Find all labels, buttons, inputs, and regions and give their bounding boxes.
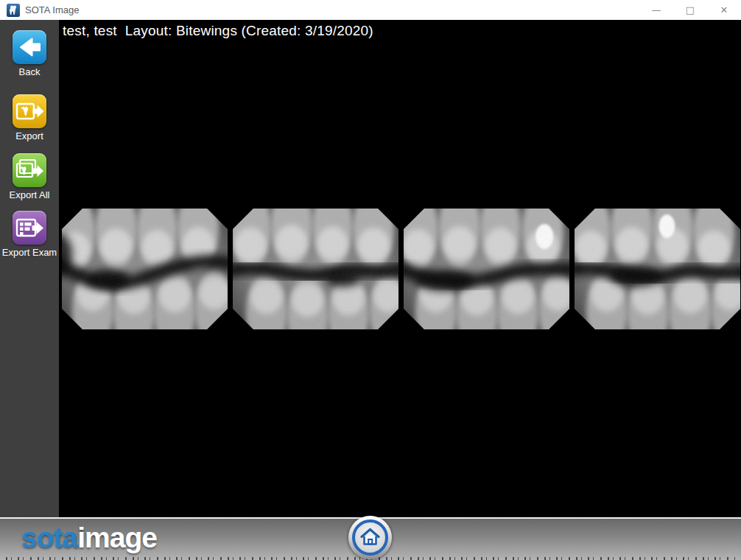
app-body: Back Export [0, 20, 741, 517]
sotaimage-logo: sotaimage [21, 522, 157, 554]
xray-image-3[interactable] [404, 209, 569, 329]
xray-image-1[interactable] [62, 209, 228, 329]
home-button[interactable] [348, 516, 392, 559]
home-icon [352, 519, 388, 556]
export-icon [13, 94, 46, 128]
back-icon [13, 30, 46, 64]
export-all-button[interactable]: Export All [0, 153, 59, 200]
logo-sota-text: sota [21, 522, 77, 553]
exam-viewer: test, test Layout: Bitewings (Created: 3… [59, 20, 741, 517]
export-exam-icon [13, 211, 46, 245]
app-tooth-icon [7, 4, 20, 17]
app-window: SOTA Image — □ ✕ Back [0, 0, 741, 560]
export-button[interactable]: Export [0, 94, 59, 141]
back-button[interactable]: Back [0, 30, 59, 77]
xray-image-4[interactable] [575, 209, 740, 329]
export-exam-button[interactable]: Export Exam [0, 211, 59, 258]
export-exam-label: Export Exam [0, 247, 59, 258]
maximize-button[interactable]: □ [673, 0, 707, 20]
titlebar: SOTA Image — □ ✕ [0, 0, 741, 20]
export-label: Export [0, 130, 59, 141]
export-all-icon [13, 153, 46, 187]
app-title: SOTA Image [25, 4, 79, 15]
sidebar: Back Export [0, 20, 59, 517]
minimize-button[interactable]: — [639, 0, 673, 20]
window-controls: — □ ✕ [639, 0, 741, 20]
exam-header: test, test Layout: Bitewings (Created: 3… [63, 23, 373, 39]
logo-image-text: image [77, 522, 157, 553]
xray-row [62, 209, 740, 329]
export-all-label: Export All [0, 189, 59, 200]
xray-image-2[interactable] [233, 209, 398, 329]
back-label: Back [0, 66, 59, 77]
close-button[interactable]: ✕ [707, 0, 741, 20]
